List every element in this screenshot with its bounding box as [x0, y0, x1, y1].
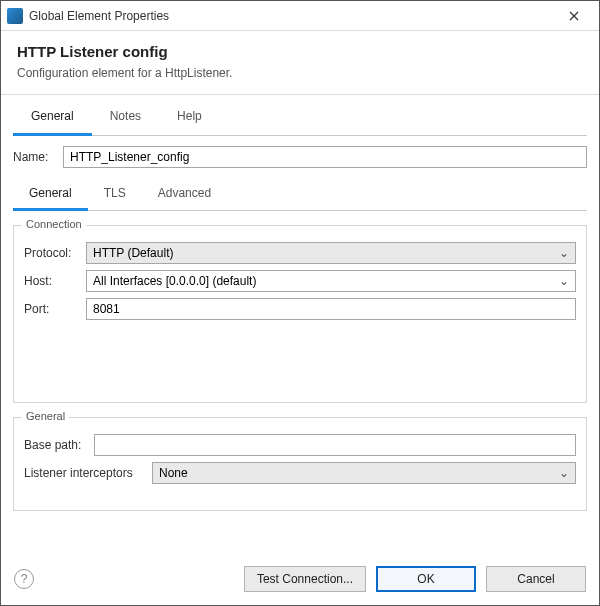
host-value: All Interfaces [0.0.0.0] (default) — [93, 274, 256, 288]
tab-notes[interactable]: Notes — [92, 99, 159, 135]
top-tabs: General Notes Help — [13, 99, 587, 136]
tab-inner-tls[interactable]: TLS — [88, 178, 142, 210]
tab-inner-advanced[interactable]: Advanced — [142, 178, 227, 210]
basepath-input[interactable] — [94, 434, 576, 456]
name-row: Name: — [13, 146, 587, 168]
connection-group: Connection Protocol: HTTP (Default) ⌄ Ho… — [13, 225, 587, 403]
host-label: Host: — [24, 274, 86, 288]
title-bar: Global Element Properties — [1, 1, 599, 31]
chevron-down-icon: ⌄ — [557, 274, 571, 288]
page-subtitle: Configuration element for a HttpListener… — [17, 66, 583, 80]
port-label: Port: — [24, 302, 86, 316]
tab-inner-general[interactable]: General — [13, 178, 88, 211]
basepath-label: Base path: — [24, 438, 94, 452]
protocol-label: Protocol: — [24, 246, 86, 260]
port-input[interactable] — [86, 298, 576, 320]
dialog-footer: ? Test Connection... OK Cancel — [0, 556, 600, 606]
tab-help[interactable]: Help — [159, 99, 220, 135]
help-button[interactable]: ? — [14, 569, 34, 589]
window-title: Global Element Properties — [29, 9, 169, 23]
inner-tabs: General TLS Advanced — [13, 178, 587, 211]
general-legend: General — [22, 410, 69, 422]
ok-button[interactable]: OK — [376, 566, 476, 592]
close-button[interactable] — [553, 2, 595, 30]
chevron-down-icon: ⌄ — [557, 466, 571, 480]
app-icon — [7, 8, 23, 24]
protocol-select[interactable]: HTTP (Default) ⌄ — [86, 242, 576, 264]
interceptors-label: Listener interceptors — [24, 466, 152, 480]
interceptors-value: None — [159, 466, 188, 480]
test-connection-button[interactable]: Test Connection... — [244, 566, 366, 592]
host-combo[interactable]: All Interfaces [0.0.0.0] (default) ⌄ — [86, 270, 576, 292]
chevron-down-icon: ⌄ — [557, 246, 571, 260]
general-group: General Base path: Listener interceptors… — [13, 417, 587, 511]
cancel-button[interactable]: Cancel — [486, 566, 586, 592]
tab-general[interactable]: General — [13, 99, 92, 136]
name-input[interactable] — [63, 146, 587, 168]
help-icon: ? — [21, 572, 28, 586]
interceptors-select[interactable]: None ⌄ — [152, 462, 576, 484]
protocol-value: HTTP (Default) — [93, 246, 173, 260]
name-label: Name: — [13, 150, 63, 164]
connection-legend: Connection — [22, 218, 86, 230]
page-title: HTTP Listener config — [17, 43, 583, 60]
dialog-header: HTTP Listener config Configuration eleme… — [1, 31, 599, 95]
close-icon — [569, 11, 579, 21]
